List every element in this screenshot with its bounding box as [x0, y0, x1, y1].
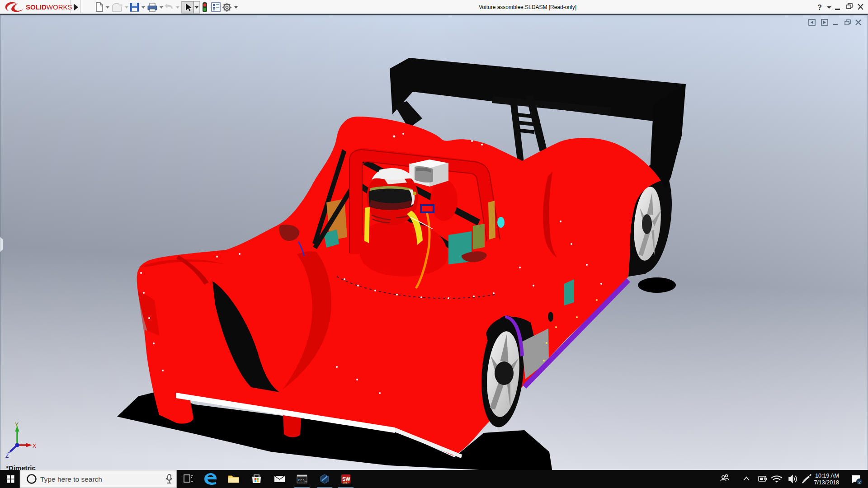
svg-text:SOLIDWORKS: SOLIDWORKS	[26, 3, 72, 11]
svg-text:?: ?	[817, 4, 822, 11]
svg-text:X: X	[33, 443, 36, 449]
svg-text:Z: Z	[5, 453, 9, 459]
svg-text:2017: 2017	[343, 481, 349, 484]
svg-text:7/13/2018: 7/13/2018	[814, 479, 839, 486]
svg-text:2: 2	[859, 479, 861, 484]
svg-text:C:\_: C:\_	[298, 478, 307, 482]
svg-text:10:19 AM: 10:19 AM	[815, 473, 839, 479]
svg-text:Y: Y	[15, 422, 19, 428]
svg-text:*Dimetric: *Dimetric	[6, 464, 36, 470]
svg-text:Type here to search: Type here to search	[40, 475, 102, 483]
